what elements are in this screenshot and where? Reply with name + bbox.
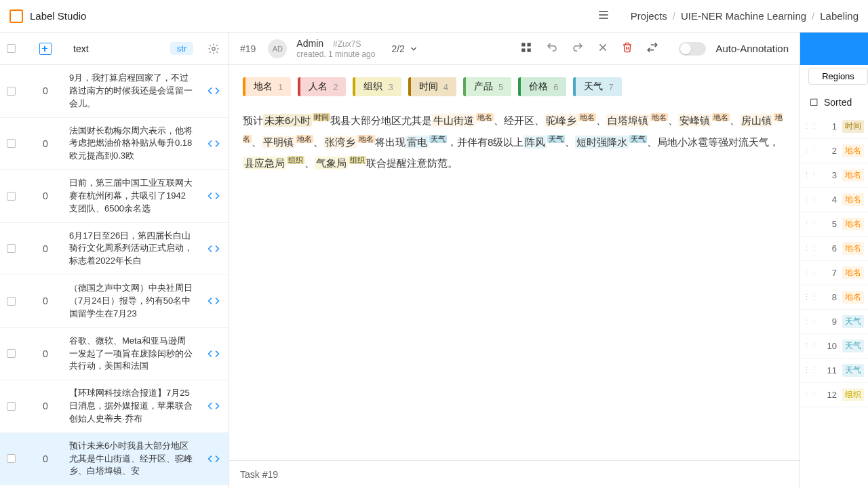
- drag-handle-icon[interactable]: ⋮⋮: [803, 122, 818, 131]
- task-text: 9月，我打算启程回家了，不过路过南方的时候我还是会逗留一会儿。: [69, 72, 199, 110]
- region-item[interactable]: ⋮⋮8地名: [800, 285, 868, 310]
- region-item[interactable]: ⋮⋮9天气: [800, 310, 868, 334]
- swap-icon[interactable]: [646, 41, 658, 56]
- region-item[interactable]: ⋮⋮4地名: [800, 188, 868, 212]
- created-time: created, 1 minute ago: [296, 49, 375, 59]
- gear-icon[interactable]: [199, 43, 229, 55]
- label-chip-0[interactable]: 地名1: [243, 77, 291, 96]
- drag-handle-icon[interactable]: ⋮⋮: [803, 268, 818, 277]
- breadcrumb-project[interactable]: UIE-NER Machine Learning: [681, 10, 806, 22]
- code-icon[interactable]: [199, 348, 229, 360]
- logo-icon: [9, 9, 23, 23]
- entity-span[interactable]: 雷电: [406, 136, 429, 148]
- task-checkbox[interactable]: [7, 244, 16, 253]
- drag-handle-icon[interactable]: ⋮⋮: [803, 220, 818, 228]
- entity-span[interactable]: 房山镇: [740, 114, 773, 127]
- label-chip-4[interactable]: 产品5: [463, 77, 511, 96]
- code-icon[interactable]: [199, 85, 229, 97]
- region-item[interactable]: ⋮⋮2地名: [800, 139, 868, 163]
- code-icon[interactable]: [199, 295, 229, 307]
- close-icon[interactable]: [597, 42, 608, 55]
- submit-button[interactable]: [800, 33, 868, 65]
- task-row[interactable]: 02022世界人工智能大会（以下简称为"WAIC"）将于9月在沪举办。: [0, 485, 229, 488]
- undo-icon[interactable]: [546, 41, 558, 56]
- entity-span[interactable]: 牛山街道: [432, 114, 475, 127]
- task-checkbox[interactable]: [7, 402, 16, 411]
- task-row[interactable]: 09月，我打算启程回家了，不过路过南方的时候我还是会逗留一会儿。: [0, 65, 229, 118]
- annotation-text[interactable]: 预计未来6小时时间我县大部分地区尤其是牛山街道地名、经开区、驼峰乡地名、白塔埠镇…: [243, 110, 786, 174]
- breadcrumb-projects[interactable]: Projects: [631, 10, 667, 22]
- code-icon[interactable]: [199, 453, 229, 465]
- task-checkbox[interactable]: [7, 349, 16, 358]
- task-text: 【环球网科技综合报道】7月25日消息，据外媒报道，苹果联合创始人史蒂夫·乔布: [69, 387, 199, 426]
- task-row[interactable]: 0日前，第三届中国工业互联网大赛在杭州闭幕，共吸引了1942支团队、6500余名…: [0, 170, 229, 223]
- task-row[interactable]: 0谷歌、微软、Meta和亚马逊周一发起了一项旨在废除闰秒的公共行动，美国和法国: [0, 328, 229, 381]
- task-row[interactable]: 0法国财长勒梅尔周六表示，他将考虑把燃油价格补贴从每升0.18欧元提高到0.3欧: [0, 118, 229, 171]
- entity-span[interactable]: 阵风: [524, 136, 547, 148]
- drag-handle-icon[interactable]: ⋮⋮: [803, 366, 818, 375]
- column-text[interactable]: text: [69, 43, 165, 54]
- region-item[interactable]: ⋮⋮6地名: [800, 237, 868, 261]
- label-chip-6[interactable]: 天气7: [573, 77, 621, 96]
- task-row[interactable]: 06月17日至26日，第四届长白山骑行文化周系列活动正式启动，标志着2022年长…: [0, 223, 229, 276]
- task-checkbox[interactable]: [7, 454, 16, 463]
- code-icon[interactable]: [199, 190, 229, 202]
- task-row[interactable]: 0【环球网科技综合报道】7月25日消息，据外媒报道，苹果联合创始人史蒂夫·乔布: [0, 380, 229, 433]
- code-icon[interactable]: [199, 243, 229, 255]
- entity-span[interactable]: 安峰镇: [678, 114, 711, 127]
- menu-toggle-icon[interactable]: [597, 8, 610, 24]
- entity-span[interactable]: 气象局: [315, 157, 348, 169]
- code-icon[interactable]: [199, 400, 229, 412]
- region-item[interactable]: ⋮⋮5地名: [800, 212, 868, 237]
- expand-icon[interactable]: [39, 43, 52, 55]
- task-text: （德国之声中文网）中央社周日（7月24日）报导，约有50名中国留学生在7月23: [69, 282, 199, 321]
- sort-control[interactable]: ☐ Sorted: [800, 93, 868, 115]
- entity-span[interactable]: 驼峰乡: [545, 114, 578, 127]
- entity-span[interactable]: 未来6小时: [263, 114, 312, 127]
- region-item[interactable]: ⋮⋮1时间: [800, 115, 868, 139]
- region-item[interactable]: ⋮⋮12组织: [800, 383, 868, 407]
- region-item[interactable]: ⋮⋮10天气: [800, 334, 868, 359]
- task-checkbox[interactable]: [7, 297, 16, 306]
- drag-handle-icon[interactable]: ⋮⋮: [803, 293, 818, 302]
- task-text: 法国财长勒梅尔周六表示，他将考虑把燃油价格补贴从每升0.18欧元提高到0.3欧: [69, 125, 199, 163]
- task-row[interactable]: 0（德国之声中文网）中央社周日（7月24日）报导，约有50名中国留学生在7月23: [0, 275, 229, 328]
- region-item[interactable]: ⋮⋮11天气: [800, 359, 868, 383]
- entity-span[interactable]: 短时强降水: [575, 136, 629, 148]
- drag-handle-icon[interactable]: ⋮⋮: [803, 244, 818, 253]
- auto-annotation-toggle[interactable]: [679, 42, 706, 56]
- annotation-hash: #Zux7S: [333, 39, 361, 49]
- trash-icon[interactable]: [622, 42, 633, 55]
- sort-checkbox-icon: ☐: [810, 97, 818, 108]
- drag-handle-icon[interactable]: ⋮⋮: [803, 195, 818, 204]
- task-checkbox[interactable]: [7, 192, 16, 201]
- annotation-counter[interactable]: 2/2: [391, 43, 418, 54]
- drag-handle-icon[interactable]: ⋮⋮: [803, 390, 818, 399]
- drag-handle-icon[interactable]: ⋮⋮: [803, 342, 818, 350]
- task-checkbox[interactable]: [7, 139, 16, 148]
- label-chip-3[interactable]: 时间4: [408, 77, 456, 96]
- entity-span[interactable]: 平明镇: [262, 136, 295, 148]
- label-chip-1[interactable]: 人名2: [298, 77, 346, 96]
- drag-handle-icon[interactable]: ⋮⋮: [803, 171, 818, 180]
- regions-tab[interactable]: Regions: [808, 68, 868, 85]
- entity-span[interactable]: 县应急局: [243, 157, 286, 169]
- task-row[interactable]: 0预计未来6小时我县大部分地区尤其是牛山街道、经开区、驼峰乡、白塔埠镇、安: [0, 433, 229, 486]
- grid-view-icon[interactable]: [520, 41, 532, 56]
- region-item[interactable]: ⋮⋮3地名: [800, 163, 868, 188]
- entity-span[interactable]: 白塔埠镇: [606, 114, 650, 127]
- label-chip-2[interactable]: 组织3: [353, 77, 401, 96]
- task-sidebar: text str 09月，我打算启程回家了，不过路过南方的时候我还是会逗留一会儿…: [0, 33, 229, 488]
- breadcrumb-labeling[interactable]: Labeling: [820, 10, 859, 22]
- task-checkbox[interactable]: [7, 87, 16, 96]
- redo-icon[interactable]: [572, 41, 584, 56]
- drag-handle-icon[interactable]: ⋮⋮: [803, 317, 818, 326]
- entity-span[interactable]: 张湾乡: [323, 136, 357, 148]
- code-icon[interactable]: [199, 138, 229, 150]
- select-all-checkbox[interactable]: [7, 44, 16, 53]
- chevron-down-icon: [409, 44, 418, 54]
- drag-handle-icon[interactable]: ⋮⋮: [803, 146, 818, 155]
- label-chip-5[interactable]: 价格6: [518, 77, 566, 96]
- task-footer: Task #19: [229, 460, 800, 488]
- region-item[interactable]: ⋮⋮7地名: [800, 261, 868, 285]
